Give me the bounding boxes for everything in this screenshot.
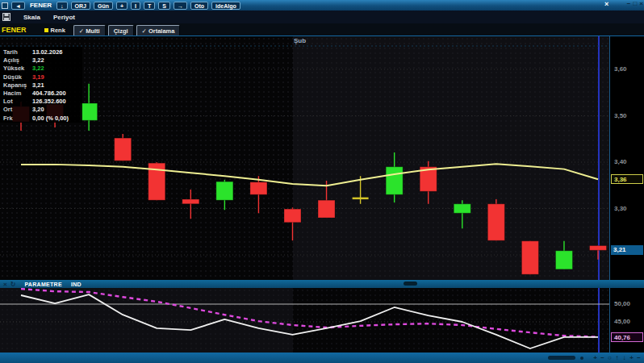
candle-body	[590, 246, 607, 251]
tooltip-row: Hacim404.786.200	[0, 90, 82, 98]
zoom-controls: +−○↑↓+−	[592, 353, 642, 363]
check-icon: ✓	[79, 27, 84, 35]
maximize-button[interactable]: □	[633, 0, 637, 7]
orj-button[interactable]: ORJ	[71, 2, 90, 10]
ma-price-tag: 3,36	[611, 174, 643, 184]
price-tick-label: 3,30	[614, 205, 627, 212]
menu-skala[interactable]: Skala	[23, 14, 40, 21]
candle-body	[487, 204, 504, 240]
candlestick-plot[interactable]	[0, 36, 609, 281]
zoom-scrollbar-thumb[interactable]	[548, 356, 575, 360]
candle-body	[182, 199, 199, 204]
window-controls: − □ ×	[627, 0, 643, 7]
indicator-refresh-icon[interactable]: ↻	[10, 281, 16, 288]
trend-button[interactable]: T	[144, 2, 155, 10]
candle-body	[216, 182, 233, 200]
tooltip-row: Düşük3,19	[0, 73, 82, 81]
candle-body	[284, 209, 301, 223]
zoom-control-icon[interactable]: −	[635, 353, 642, 363]
zoom-control-icon[interactable]: +	[628, 353, 635, 363]
indicator-plot[interactable]	[0, 288, 609, 353]
chart-window: ◄FENER↓ORJGün+ITS→OtoideAlgo × − □ × Ska…	[0, 0, 644, 363]
indicator-panel[interactable]: 50,0045,0040,76	[0, 288, 644, 353]
indicator-main-line	[21, 294, 598, 348]
candle-body	[454, 204, 470, 214]
minimize-button[interactable]: −	[627, 0, 631, 7]
color-swatch-icon	[44, 28, 48, 32]
indicator-ind[interactable]: IND	[71, 282, 82, 287]
candle-body	[521, 241, 538, 274]
s-button[interactable]: S	[158, 2, 170, 10]
forward-button[interactable]: →	[174, 2, 187, 10]
indicator-axis[interactable]: 50,0045,0040,76	[609, 288, 644, 353]
tooltip-row: Lot126.352.600	[0, 98, 82, 106]
candle-body	[81, 103, 98, 120]
tooltip-row: Tarih13.02.2026	[0, 48, 82, 56]
toggle-çizgi-button[interactable]: Çizgi	[108, 25, 134, 35]
zoom-control-icon[interactable]: −	[599, 353, 606, 363]
moving-average-line	[21, 164, 598, 186]
indicator-button[interactable]: I	[131, 2, 140, 10]
symbol-label: FENER	[28, 2, 53, 9]
tooltip-row: Kapanış3,21	[0, 81, 82, 90]
candle-body	[115, 138, 132, 161]
tab-bar: FENER Renk ✓MultiÇizgi✓Ortalama	[0, 23, 644, 35]
close-chart-button[interactable]: ×	[604, 0, 608, 8]
indicator-header: × ↻ PARAMETRE IND	[0, 280, 644, 288]
indicator-value-tag: 40,76	[611, 332, 643, 342]
toggle-ortalama-button[interactable]: ✓Ortalama	[136, 25, 181, 35]
indicator-parametre[interactable]: PARAMETRE	[24, 282, 62, 287]
indicator-scrollbar-thumb[interactable]	[404, 282, 417, 286]
price-chart-area[interactable]: Şub Tarih13.02.2026Açılış3,22Yüksek3,22D…	[0, 35, 644, 280]
indicator-signal-line	[21, 289, 598, 337]
scrollbar-dot	[580, 357, 583, 360]
bottom-bar: +−○↑↓+−	[0, 353, 644, 363]
period-gun-button[interactable]: Gün	[94, 2, 113, 10]
tab-fener[interactable]: FENER	[2, 26, 27, 34]
oto-button[interactable]: Oto	[190, 2, 208, 10]
tooltip-row: Frk0,00 (% 0,00)	[0, 115, 82, 123]
zoom-control-icon[interactable]: ↑	[613, 353, 621, 363]
menu-periyot[interactable]: Periyot	[53, 14, 75, 21]
idealgo-button[interactable]: ideAlgo	[211, 2, 240, 10]
ohlc-tooltip: Tarih13.02.2026Açılış3,22Yüksek3,22Düşük…	[0, 47, 82, 123]
price-axis[interactable]: 3,603,503,403,303,363,21	[609, 36, 644, 281]
back-button[interactable]: ◄	[11, 2, 25, 10]
titlebar-toolbar: ◄FENER↓ORJGün+ITS→OtoideAlgo	[11, 2, 240, 10]
indicator-tick-label: 50,00	[614, 300, 630, 307]
last-price-tag: 3,21	[611, 245, 643, 255]
tooltip-row: Ort3,20	[0, 106, 82, 114]
candle-body	[250, 182, 267, 195]
price-tick-label: 3,40	[614, 158, 627, 165]
zoom-control-icon[interactable]: +	[592, 353, 599, 363]
tooltip-row: Yüksek3,22	[0, 65, 82, 73]
symbol-dropdown-button[interactable]: ↓	[56, 2, 68, 10]
zoom-control-icon[interactable]: ○	[606, 353, 613, 363]
close-window-button[interactable]: ×	[639, 0, 643, 7]
window-titlebar: ◄FENER↓ORJGün+ITS→OtoideAlgo × − □ ×	[0, 0, 644, 10]
indicator-close-icon[interactable]: ×	[3, 281, 7, 288]
chart-option-buttons: ✓MultiÇizgi✓Ortalama	[73, 25, 183, 35]
tooltip-row: Açılış3,22	[0, 56, 82, 65]
renk-control[interactable]: Renk	[44, 27, 65, 34]
candle-body	[318, 200, 335, 218]
price-tick-label: 3,60	[614, 65, 627, 73]
zoom-control-icon[interactable]: ↓	[621, 353, 628, 363]
candle-body	[555, 251, 572, 269]
plus-button[interactable]: +	[116, 2, 128, 10]
app-icon	[2, 2, 8, 9]
menu-bar: Skala Periyot	[0, 10, 644, 23]
renk-label: Renk	[51, 27, 65, 34]
check-icon: ✓	[142, 27, 147, 35]
price-tick-label: 3,50	[614, 112, 627, 119]
indicator-tick-label: 45,00	[614, 318, 630, 325]
toggle-multi-button[interactable]: ✓Multi	[73, 25, 106, 35]
candle-body	[386, 167, 403, 195]
save-icon[interactable]	[2, 13, 10, 21]
